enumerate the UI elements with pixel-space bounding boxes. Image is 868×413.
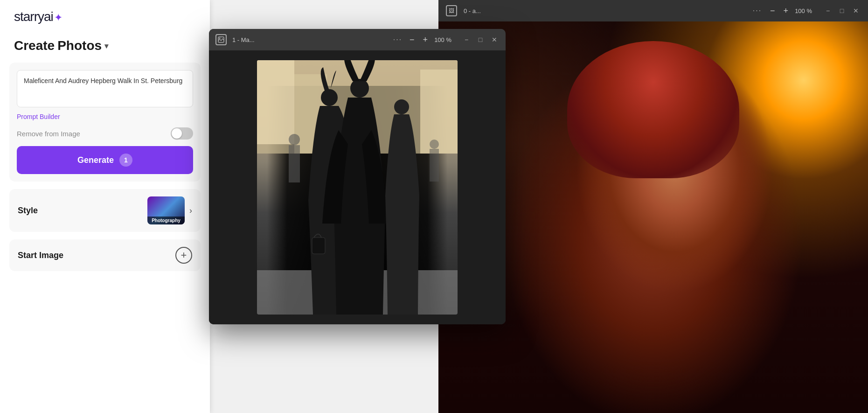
bg-window-zoom-out[interactable]: −	[768, 4, 777, 18]
bg-window-zoom-level: 100 %	[795, 7, 812, 14]
logo-star: ✦	[54, 12, 62, 23]
style-label: Style	[18, 206, 38, 216]
bg-window-titlebar: 🖼 0 - a... ··· − + 100 % − □ ✕	[438, 0, 868, 21]
app-logo: starryai✦	[14, 9, 62, 24]
main-window-app-icon	[215, 34, 227, 45]
bg-window-controls: − □ ✕	[823, 6, 861, 15]
page-title-area: Create Photos ▾	[0, 34, 210, 63]
main-window-maximize[interactable]: □	[476, 35, 485, 44]
remove-from-image-toggle[interactable]	[171, 127, 193, 140]
svg-rect-11	[289, 145, 300, 182]
style-right: Photography ›	[147, 196, 192, 224]
bg-window-minimize[interactable]: −	[823, 6, 833, 15]
bg-window-title: 0 - a...	[464, 7, 746, 14]
bg-window-maximize[interactable]: □	[837, 6, 847, 15]
title-bold: Photos	[57, 38, 102, 53]
svg-point-7	[321, 89, 338, 106]
title-chevron-icon: ▾	[104, 42, 108, 50]
remove-from-image-label: Remove from Image	[17, 130, 80, 138]
woman-hair-decoration	[567, 41, 739, 178]
main-window-zoom-out[interactable]: −	[408, 33, 417, 47]
svg-point-12	[430, 140, 439, 149]
logo-text: starryai	[14, 9, 53, 24]
main-window-content	[209, 50, 506, 324]
generate-label: Generate	[77, 155, 114, 165]
main-window-title: 1 - Ma...	[232, 36, 388, 43]
scene-svg	[257, 60, 458, 315]
generate-badge: 1	[119, 154, 132, 167]
start-image-label: Start Image	[18, 251, 63, 260]
main-window-zoom-controls: − + 100 %	[408, 33, 451, 47]
logo-area: starryai✦	[0, 0, 210, 34]
prompt-builder-link[interactable]: Prompt Builder	[17, 113, 60, 120]
bg-window-app-icon: 🖼	[446, 5, 457, 16]
svg-rect-14	[312, 238, 325, 254]
main-window-zoom-in[interactable]: +	[421, 33, 430, 47]
bg-window-zoom-in[interactable]: +	[782, 4, 791, 18]
svg-point-10	[289, 134, 300, 145]
bg-window-more-options[interactable]: ···	[753, 7, 762, 15]
main-window-minimize[interactable]: −	[462, 35, 471, 44]
main-window-close[interactable]: ✕	[490, 35, 499, 44]
main-window-zoom-level: 100 %	[434, 36, 451, 43]
svg-rect-13	[430, 149, 439, 182]
sidebar: starryai✦ Create Photos ▾ Maleficent And…	[0, 0, 210, 413]
style-chevron-icon: ›	[189, 206, 192, 216]
toggle-knob	[172, 128, 182, 139]
svg-point-1	[219, 38, 221, 39]
start-image-section[interactable]: Start Image +	[9, 239, 201, 271]
style-section[interactable]: Style Photography ›	[9, 189, 201, 232]
main-window-controls: − □ ✕	[462, 35, 499, 44]
add-start-image-button[interactable]: +	[175, 247, 192, 264]
svg-rect-3	[257, 60, 294, 144]
maleficent-image	[257, 60, 458, 315]
title-prefix: Create	[14, 38, 55, 53]
svg-rect-5	[420, 70, 458, 154]
plus-icon: +	[181, 249, 187, 261]
prompt-section: Maleficent And Audrey Hepberg Walk In St…	[9, 63, 201, 182]
remove-from-image-row: Remove from Image	[17, 127, 193, 140]
svg-point-8	[350, 79, 369, 98]
main-window-more-options[interactable]: ···	[393, 35, 402, 44]
bg-window-zoom-controls: − + 100 %	[768, 4, 812, 18]
bg-window-close[interactable]: ✕	[851, 6, 861, 15]
prompt-input[interactable]: Maleficent And Audrey Hepberg Walk In St…	[17, 70, 193, 107]
generate-button[interactable]: Generate 1	[17, 146, 193, 174]
page-title-dropdown[interactable]: Create Photos ▾	[14, 38, 108, 53]
style-thumbnail: Photography	[147, 196, 185, 224]
main-image-window: 1 - Ma... ··· − + 100 % − □ ✕	[209, 29, 506, 324]
style-thumbnail-label: Photography	[147, 217, 185, 224]
main-window-titlebar: 1 - Ma... ··· − + 100 % − □ ✕	[209, 29, 506, 50]
svg-point-9	[394, 99, 409, 114]
